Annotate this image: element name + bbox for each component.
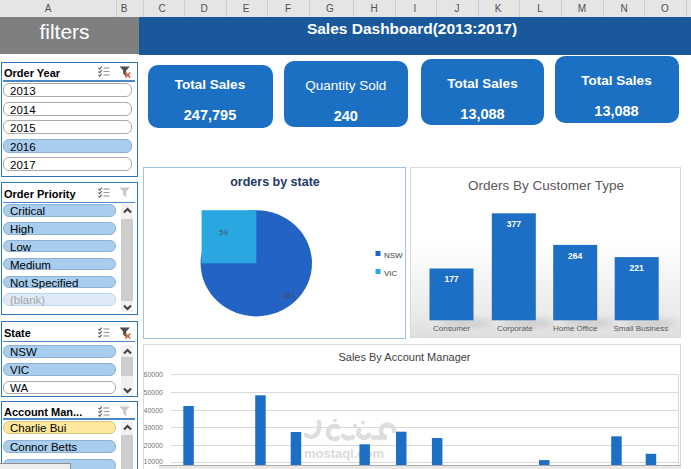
svg-text:50000: 50000 — [144, 389, 163, 396]
svg-text:181: 181 — [282, 291, 296, 300]
svg-text:VIC: VIC — [384, 269, 398, 278]
svg-text:Consumer: Consumer — [433, 324, 470, 333]
svg-text:177: 177 — [444, 274, 458, 284]
svg-text:Home Office: Home Office — [553, 324, 598, 333]
svg-text:Small Business: Small Business — [613, 324, 668, 333]
svg-text:221: 221 — [630, 263, 644, 273]
svg-text:59: 59 — [219, 228, 228, 237]
svg-text:60000: 60000 — [144, 371, 163, 378]
svg-text:NSW: NSW — [384, 251, 403, 260]
svg-text:30000: 30000 — [144, 424, 163, 431]
svg-text:40000: 40000 — [144, 407, 163, 414]
svg-text:20000: 20000 — [144, 442, 163, 449]
svg-text:377: 377 — [507, 219, 521, 229]
svg-text:Corporate: Corporate — [497, 324, 533, 333]
svg-text:264: 264 — [568, 251, 582, 261]
